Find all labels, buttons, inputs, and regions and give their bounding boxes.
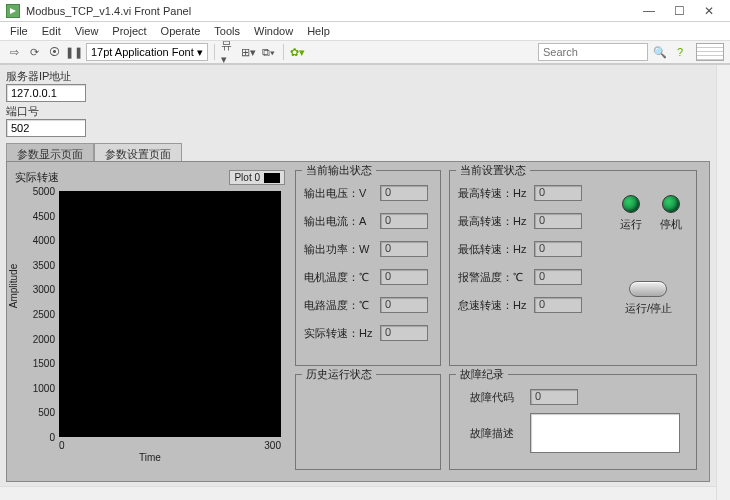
y-axis-label: Amplitude: [8, 264, 19, 308]
chevron-down-icon: ▾: [197, 46, 203, 59]
led-run-wrap: 运行: [620, 195, 642, 232]
setting-value: 0: [534, 241, 582, 257]
y-tick: 500: [15, 407, 55, 418]
setting-label: 最高转速：Hz: [458, 186, 534, 201]
resize-icon[interactable]: ⧉▾: [261, 44, 277, 60]
y-tick: 5000: [15, 186, 55, 197]
led-stop: [662, 195, 680, 213]
maximize-button[interactable]: ☐: [664, 4, 694, 18]
grid-toggle-icon[interactable]: [696, 43, 724, 61]
distribute-icon[interactable]: ⊞▾: [241, 44, 257, 60]
setting-row: 最高转速：Hz0: [458, 185, 582, 201]
output-row: 输出电流：A0: [304, 213, 432, 229]
setting-value: 0: [534, 297, 582, 313]
ip-input[interactable]: [6, 84, 86, 102]
fault-desc-label: 故障描述: [470, 426, 530, 441]
output-row: 输出电压：V0: [304, 185, 432, 201]
led-run-label: 运行: [620, 217, 642, 232]
setting-row: 怠速转速：Hz0: [458, 297, 582, 313]
x-tick-1: 300: [264, 440, 281, 451]
minimize-button[interactable]: —: [634, 4, 664, 18]
y-tick: 1500: [15, 358, 55, 369]
chart-legend[interactable]: Plot 0: [229, 170, 285, 185]
menu-help[interactable]: Help: [301, 23, 336, 39]
search-icon[interactable]: 🔍: [652, 44, 668, 60]
reorder-icon[interactable]: ✿▾: [290, 44, 306, 60]
y-tick: 4500: [15, 211, 55, 222]
fault-code-value: 0: [530, 389, 578, 405]
menu-window[interactable]: Window: [248, 23, 299, 39]
ip-label: 服务器IP地址: [6, 69, 86, 84]
menu-project[interactable]: Project: [106, 23, 152, 39]
menu-tools[interactable]: Tools: [208, 23, 246, 39]
toolbar: ⇨ ⟳ ⦿ ❚❚ 17pt Application Font▾ 뮤▾ ⊞▾ ⧉▾…: [0, 40, 730, 64]
menu-file[interactable]: File: [4, 23, 34, 39]
fault-desc-field[interactable]: [530, 413, 680, 453]
run-stop-button[interactable]: [629, 281, 667, 297]
output-label: 输出电流：A: [304, 214, 380, 229]
close-button[interactable]: ✕: [694, 4, 724, 18]
run-stop-label: 运行/停止: [625, 301, 672, 316]
port-input[interactable]: [6, 119, 86, 137]
led-stop-label: 停机: [660, 217, 682, 232]
output-status-group: 当前输出状态 输出电压：V0输出电流：A0输出功率：W0电机温度：℃0电路温度：…: [295, 170, 441, 366]
output-label: 输出功率：W: [304, 242, 380, 257]
chart-container: 实际转速 Plot 0 5000450040003500300025002000…: [15, 170, 285, 470]
titlebar: Modbus_TCP_v1.4.vi Front Panel — ☐ ✕: [0, 0, 730, 22]
align-icon[interactable]: 뮤▾: [221, 44, 237, 60]
plot-area[interactable]: [59, 191, 281, 437]
setting-value: 0: [534, 269, 582, 285]
window-title: Modbus_TCP_v1.4.vi Front Panel: [26, 5, 634, 17]
output-label: 电机温度：℃: [304, 270, 380, 285]
menu-operate[interactable]: Operate: [155, 23, 207, 39]
y-tick: 2500: [15, 309, 55, 320]
output-value: 0: [380, 185, 428, 201]
menu-view[interactable]: View: [69, 23, 105, 39]
setting-row: 报警温度：℃0: [458, 269, 582, 285]
output-value: 0: [380, 297, 428, 313]
font-selector[interactable]: 17pt Application Font▾: [86, 43, 208, 61]
setting-label: 最低转速：Hz: [458, 242, 534, 257]
y-tick: 3500: [15, 260, 55, 271]
y-tick: 2000: [15, 334, 55, 345]
setting-row: 最高转速：Hz0: [458, 213, 582, 229]
history-group-title: 历史运行状态: [302, 367, 376, 382]
menu-edit[interactable]: Edit: [36, 23, 67, 39]
font-label: 17pt Application Font: [91, 46, 194, 58]
scrollbar-horizontal[interactable]: [0, 486, 716, 500]
output-label: 输出电压：V: [304, 186, 380, 201]
output-row: 电路温度：℃0: [304, 297, 432, 313]
history-group: 历史运行状态: [295, 374, 441, 470]
output-row: 电机温度：℃0: [304, 269, 432, 285]
setting-value: 0: [534, 213, 582, 229]
help-icon[interactable]: ?: [672, 44, 688, 60]
y-tick: 0: [15, 432, 55, 443]
abort-icon[interactable]: ⦿: [46, 44, 62, 60]
pause-icon[interactable]: ❚❚: [66, 44, 82, 60]
fault-group: 故障纪录 故障代码 0 故障描述: [449, 374, 697, 470]
chart: 5000450040003500300025002000150010005000…: [15, 187, 285, 463]
legend-label: Plot 0: [234, 172, 260, 183]
separator: [214, 44, 215, 60]
run-continuous-icon[interactable]: ⟳: [26, 44, 42, 60]
scrollbar-vertical[interactable]: [716, 65, 730, 500]
output-label: 实际转速：Hz: [304, 326, 380, 341]
fault-code-label: 故障代码: [470, 390, 530, 405]
fault-group-title: 故障纪录: [456, 367, 508, 382]
y-tick: 4000: [15, 235, 55, 246]
output-group-title: 当前输出状态: [302, 163, 376, 178]
legend-swatch: [264, 173, 280, 183]
y-tick: 3000: [15, 284, 55, 295]
setting-value: 0: [534, 185, 582, 201]
x-tick-0: 0: [59, 440, 65, 451]
output-value: 0: [380, 241, 428, 257]
setting-status-group: 当前设置状态 最高转速：Hz0最高转速：Hz0最低转速：Hz0报警温度：℃0怠速…: [449, 170, 697, 366]
setting-label: 最高转速：Hz: [458, 214, 534, 229]
separator: [283, 44, 284, 60]
menubar: File Edit View Project Operate Tools Win…: [0, 22, 730, 40]
x-axis-label: Time: [139, 452, 161, 463]
run-icon[interactable]: ⇨: [6, 44, 22, 60]
output-label: 电路温度：℃: [304, 298, 380, 313]
search-input[interactable]: [538, 43, 648, 61]
y-tick: 1000: [15, 383, 55, 394]
